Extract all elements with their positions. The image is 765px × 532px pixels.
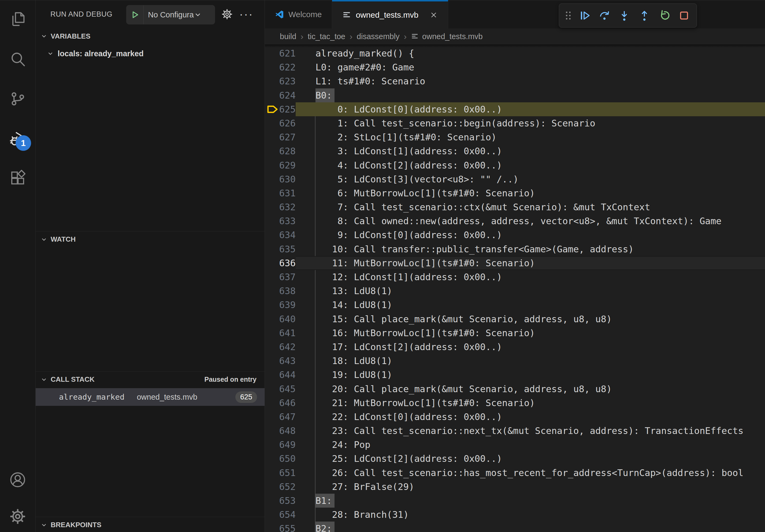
code-text[interactable]: 22: LdConst[0](address: 0x00..)	[296, 410, 765, 424]
debug-current-line-pointer[interactable]	[265, 102, 278, 116]
code-text[interactable]: 0: LdConst[0](address: 0x00..)	[296, 102, 765, 116]
close-tab-icon[interactable]	[430, 11, 438, 19]
code-text[interactable]: 14: LdU8(1)	[296, 298, 765, 312]
breakpoint-gutter[interactable]	[265, 438, 278, 452]
code-text[interactable]: 9: LdConst[0](address: 0x00..)	[296, 228, 765, 242]
breakpoint-gutter[interactable]	[265, 158, 278, 172]
views-more-actions-icon[interactable]: ···	[239, 7, 253, 21]
stop-button[interactable]	[674, 9, 694, 22]
section-variables[interactable]: VARIABLES	[36, 28, 265, 44]
section-call-stack[interactable]: CALL STACK Paused on entry	[36, 371, 265, 387]
code-text[interactable]: 8: Call owned::new(address, address, vec…	[296, 214, 765, 228]
code-text[interactable]: 12: LdConst[1](address: 0x00..)	[296, 270, 765, 284]
breadcrumb-item[interactable]: build	[280, 32, 296, 41]
breakpoint-gutter[interactable]	[265, 410, 278, 424]
breakpoint-gutter[interactable]	[265, 312, 278, 326]
configuration-dropdown[interactable]: No Configura	[144, 5, 215, 24]
settings-gear-icon[interactable]	[8, 507, 27, 526]
search-icon[interactable]	[8, 50, 27, 69]
breakpoint-gutter[interactable]	[265, 242, 278, 256]
step-over-button[interactable]	[594, 9, 614, 22]
breakpoint-gutter[interactable]	[265, 130, 278, 144]
breakpoint-gutter[interactable]	[265, 424, 278, 438]
code-text[interactable]: 18: LdU8(1)	[296, 354, 765, 368]
code-text[interactable]: 4: LdConst[2](address: 0x00..)	[296, 158, 765, 172]
breakpoint-gutter[interactable]	[265, 284, 278, 298]
call-stack-frame[interactable]: already_marked owned_tests.mvb 625	[36, 388, 265, 406]
code-text[interactable]: B0:	[296, 89, 765, 102]
source-control-icon[interactable]	[8, 89, 27, 109]
breakpoint-gutter[interactable]	[265, 89, 278, 102]
account-icon[interactable]	[8, 470, 27, 489]
breakpoint-gutter[interactable]	[265, 172, 278, 186]
section-breakpoints[interactable]: BREAKPOINTS	[36, 517, 265, 532]
code-text[interactable]: 7: Call test_scenario::ctx(&mut Scenario…	[296, 200, 765, 214]
breakpoint-gutter[interactable]	[265, 452, 278, 465]
breakpoint-gutter[interactable]	[265, 74, 278, 88]
breakpoint-gutter[interactable]	[265, 466, 278, 480]
breakpoint-gutter[interactable]	[265, 60, 278, 74]
tab-owned-tests-mvb[interactable]: owned_tests.mvb	[332, 0, 448, 28]
tab-welcome[interactable]: Welcome	[265, 0, 332, 28]
code-text[interactable]: 15: Call place_mark(&mut Scenario, addre…	[296, 312, 765, 326]
breadcrumb-item[interactable]: disassembly	[357, 32, 399, 41]
debug-settings-gear-icon[interactable]	[220, 7, 234, 21]
breadcrumb-item[interactable]: owned_tests.mvb	[422, 32, 483, 41]
variables-scope-locals[interactable]: locals: already_marked	[36, 45, 265, 62]
toolbar-drag-gripper[interactable]	[562, 9, 575, 22]
breakpoint-gutter[interactable]	[265, 46, 278, 60]
breakpoint-gutter[interactable]	[265, 340, 278, 354]
breakpoint-gutter[interactable]	[265, 200, 278, 214]
code-text[interactable]: B1:	[296, 494, 765, 508]
code-text[interactable]: 20: Call place_mark(&mut Scenario, addre…	[296, 382, 765, 396]
code-text[interactable]: B2:	[296, 522, 765, 532]
step-into-button[interactable]	[614, 9, 634, 22]
code-text[interactable]: 3: LdConst[1](address: 0x00..)	[296, 144, 765, 158]
code-text[interactable]: 25: LdConst[2](address: 0x00..)	[296, 452, 765, 465]
breakpoint-gutter[interactable]	[265, 214, 278, 228]
code-text[interactable]: 16: MutBorrowLoc[1](ts#1#0: Scenario)	[296, 326, 765, 340]
breakpoint-gutter[interactable]	[265, 522, 278, 532]
breakpoint-gutter[interactable]	[265, 144, 278, 158]
explorer-icon[interactable]	[8, 9, 27, 29]
breakpoint-gutter[interactable]	[265, 228, 278, 242]
code-text[interactable]: 26: Call test_scenario::has_most_recent_…	[296, 466, 765, 480]
code-text[interactable]: already_marked() {	[296, 46, 765, 60]
breakpoint-gutter[interactable]	[265, 186, 278, 200]
restart-button[interactable]	[654, 9, 674, 22]
breakpoint-gutter[interactable]	[265, 396, 278, 410]
code-text[interactable]: 6: MutBorrowLoc[1](ts#1#0: Scenario)	[296, 186, 765, 200]
code-text[interactable]: 28: Branch(31)	[296, 508, 765, 522]
code-text[interactable]: 27: BrFalse(29)	[296, 480, 765, 494]
code-text[interactable]: L1: ts#1#0: Scenario	[296, 74, 765, 88]
code-text[interactable]: 24: Pop	[296, 438, 765, 452]
extensions-icon[interactable]	[8, 168, 27, 187]
code-text[interactable]: 5: LdConst[3](vector<u8>: "" /..)	[296, 172, 765, 186]
code-text[interactable]: 10: Call transfer::public_transfer<Game>…	[296, 242, 765, 256]
breakpoint-gutter[interactable]	[265, 116, 278, 130]
start-debugging-button[interactable]	[127, 5, 144, 24]
breakpoint-gutter[interactable]	[265, 270, 278, 284]
code-text[interactable]: 21: MutBorrowLoc[1](ts#1#0: Scenario)	[296, 396, 765, 410]
code-text[interactable]: 13: LdU8(1)	[296, 284, 765, 298]
section-watch[interactable]: WATCH	[36, 231, 265, 247]
code-text[interactable]: 19: LdU8(1)	[296, 368, 765, 382]
breakpoint-gutter[interactable]	[265, 382, 278, 396]
breakpoint-gutter[interactable]	[265, 494, 278, 508]
code-text[interactable]: 2: StLoc[1](ts#1#0: Scenario)	[296, 130, 765, 144]
breakpoint-gutter[interactable]	[265, 354, 278, 368]
code-text[interactable]: 17: LdConst[2](address: 0x00..)	[296, 340, 765, 354]
code-editor[interactable]: 621already_marked() {622L0: game#2#0: Ga…	[265, 45, 765, 532]
breakpoint-gutter[interactable]	[265, 256, 278, 270]
breakpoint-gutter[interactable]	[265, 326, 278, 340]
breakpoint-gutter[interactable]	[265, 298, 278, 312]
breadcrumb-item[interactable]: tic_tac_toe	[308, 32, 345, 41]
step-out-button[interactable]	[634, 9, 654, 22]
code-text[interactable]: 1: Call test_scenario::begin(address): S…	[296, 116, 765, 130]
run-and-debug-icon[interactable]: 1	[8, 130, 27, 149]
breakpoint-gutter[interactable]	[265, 368, 278, 382]
breakpoint-gutter[interactable]	[265, 508, 278, 522]
continue-button[interactable]	[575, 9, 594, 22]
code-text[interactable]: 23: Call test_scenario::next_tx(&mut Sce…	[296, 424, 765, 438]
code-text[interactable]: 11: MutBorrowLoc[1](ts#1#0: Scenario)	[296, 256, 765, 270]
